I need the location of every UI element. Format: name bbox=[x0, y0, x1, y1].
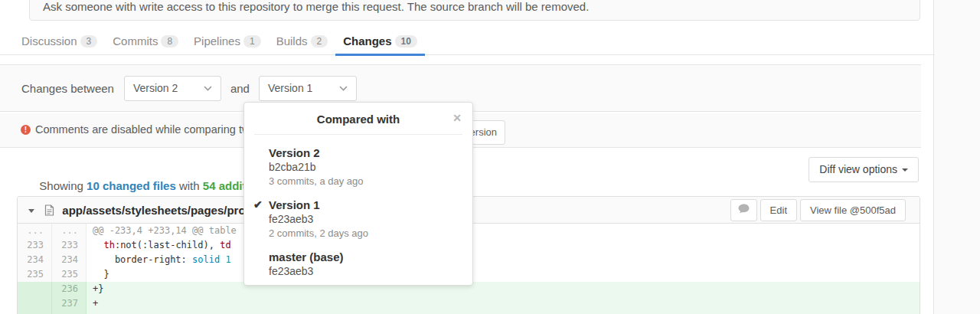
code-segment: @@ -233,4 +233,14 @@ table bbox=[93, 225, 237, 236]
chevron-down-icon bbox=[204, 86, 212, 91]
start-version-select[interactable]: Version 2 bbox=[124, 76, 221, 101]
new-line-number[interactable]: ... bbox=[52, 224, 87, 238]
dropdown-item-list: Version 2b2cba21b3 commits, a day ago✔Ve… bbox=[244, 135, 472, 284]
dropdown-title: Compared with bbox=[317, 113, 400, 126]
code-segment: solid bbox=[192, 254, 220, 265]
close-icon[interactable]: ✕ bbox=[452, 112, 462, 124]
chevron-down-icon bbox=[339, 86, 348, 91]
code-line: + bbox=[87, 296, 920, 311]
tab-count-badge: 3 bbox=[80, 35, 98, 47]
diff-line bbox=[18, 311, 920, 314]
commit-sha: fe23aeb3 bbox=[269, 212, 461, 227]
view-file-button[interactable]: View file @500f5ad bbox=[800, 199, 906, 221]
summary-prefix: Showing bbox=[39, 179, 87, 192]
new-line-number[interactable] bbox=[52, 311, 87, 314]
compare-option-master-base-[interactable]: master (base)fe23aeb3 bbox=[244, 245, 472, 284]
end-version-select[interactable]: Version 1 bbox=[259, 76, 357, 101]
dropdown-header: Compared with ✕ bbox=[254, 103, 462, 135]
code-segment: :not(:last-child) bbox=[115, 240, 209, 250]
compare-option-version-1[interactable]: ✔Version 1fe23aeb32 commits, 2 days ago bbox=[244, 193, 472, 245]
tab-label: Discussion bbox=[21, 34, 77, 47]
old-line-number[interactable] bbox=[18, 311, 52, 314]
and-label: and bbox=[230, 82, 250, 95]
edit-button[interactable]: Edit bbox=[760, 199, 797, 221]
changed-files-link[interactable]: 10 changed files bbox=[87, 179, 176, 192]
old-line-number[interactable] bbox=[18, 296, 52, 311]
code-segment: } bbox=[93, 269, 109, 280]
mr-tab-bar: Discussion3Commits8Pipelines1Builds2Chan… bbox=[0, 31, 935, 55]
new-line-number[interactable]: 237 bbox=[52, 296, 87, 311]
file-path: app/assets/stylesheets/pages/profile bbox=[62, 204, 262, 217]
tab-builds[interactable]: Builds2 bbox=[269, 31, 336, 55]
tab-label: Changes bbox=[343, 34, 391, 47]
check-icon: ✔ bbox=[253, 198, 263, 211]
code-line: th:not(:last-child), td bbox=[87, 238, 920, 253]
tab-discussion[interactable]: Discussion3 bbox=[14, 31, 105, 55]
start-version-value: Version 2 bbox=[133, 82, 178, 94]
compare-option-version-2[interactable]: Version 2b2cba21b3 commits, a day ago bbox=[244, 141, 472, 193]
exclamation-circle-icon: ! bbox=[21, 125, 31, 135]
version-title: Version 2 bbox=[269, 146, 461, 160]
page-background-rail bbox=[933, 0, 980, 314]
merge-info-text: Ask someone with write access to this re… bbox=[43, 0, 589, 13]
commit-sha: fe23aeb3 bbox=[269, 264, 461, 279]
caret-down-icon bbox=[902, 168, 908, 172]
tab-count-badge: 8 bbox=[161, 35, 178, 47]
notice-text: Comments are disabled while comparing tw bbox=[35, 123, 250, 136]
tab-count-badge: 2 bbox=[311, 35, 328, 47]
tab-label: Commits bbox=[113, 34, 158, 47]
code-segment: +} bbox=[93, 283, 103, 294]
main-content: Ask someone with write access to this re… bbox=[0, 0, 921, 314]
code-segment: th bbox=[103, 240, 114, 250]
code-line bbox=[87, 311, 920, 314]
tab-pipelines[interactable]: Pipelines1 bbox=[186, 31, 269, 55]
tab-label: Builds bbox=[276, 34, 308, 47]
diff-view-options-label: Diff view options bbox=[819, 163, 897, 175]
code-segment: 1 bbox=[225, 254, 230, 265]
end-version-value: Version 1 bbox=[268, 82, 312, 94]
old-line-number[interactable]: ... bbox=[18, 224, 52, 238]
old-line-number[interactable]: 233 bbox=[18, 238, 52, 253]
code-line: +} bbox=[87, 282, 920, 296]
new-line-number[interactable]: 235 bbox=[52, 267, 87, 282]
new-line-number[interactable]: 233 bbox=[52, 238, 87, 253]
compared-with-dropdown: Compared with ✕ Version 2b2cba21b3 commi… bbox=[243, 102, 473, 286]
comment-bubble-icon bbox=[738, 204, 750, 214]
version-title: Version 1 bbox=[269, 198, 461, 212]
changes-between-label: Changes between bbox=[21, 82, 114, 95]
code-line: } bbox=[87, 267, 920, 282]
code-line: @@ -233,4 +233,14 @@ table bbox=[87, 224, 920, 238]
old-line-number[interactable] bbox=[18, 282, 52, 296]
tab-count-badge: 1 bbox=[243, 35, 261, 47]
new-line-number[interactable]: 234 bbox=[52, 253, 87, 267]
version-title: master (base) bbox=[269, 250, 461, 264]
merge-request-changes-page: Ask someone with write access to this re… bbox=[0, 0, 980, 314]
diff-line: 237+ bbox=[18, 296, 920, 311]
summary-middle: with bbox=[176, 179, 203, 192]
code-segment: border-right: bbox=[93, 254, 192, 265]
code-segment: + bbox=[93, 298, 98, 309]
commit-sha: b2cba21b bbox=[269, 160, 461, 175]
old-line-number[interactable]: 235 bbox=[18, 267, 52, 282]
collapse-caret-icon[interactable] bbox=[28, 209, 34, 213]
version-meta: 2 commits, 2 days ago bbox=[269, 227, 461, 240]
tab-changes[interactable]: Changes10 bbox=[335, 31, 425, 55]
code-segment bbox=[93, 240, 103, 250]
code-segment: td bbox=[220, 240, 230, 250]
new-line-number[interactable]: 236 bbox=[52, 282, 87, 296]
code-line: border-right: solid 1 bbox=[87, 253, 920, 267]
old-line-number[interactable]: 234 bbox=[18, 253, 52, 267]
tab-commits[interactable]: Commits8 bbox=[105, 31, 186, 55]
merge-info-box: Ask someone with write access to this re… bbox=[29, 0, 920, 21]
version-meta: 3 commits, a day ago bbox=[269, 175, 461, 188]
code-segment: , bbox=[209, 240, 220, 250]
file-document-icon bbox=[44, 204, 54, 216]
diff-view-options-button[interactable]: Diff view options bbox=[808, 157, 919, 182]
tab-count-badge: 10 bbox=[395, 35, 417, 47]
comment-toggle-button[interactable] bbox=[730, 199, 757, 221]
file-header-actions: Edit View file @500f5ad bbox=[730, 199, 906, 221]
tab-label: Pipelines bbox=[194, 34, 240, 47]
